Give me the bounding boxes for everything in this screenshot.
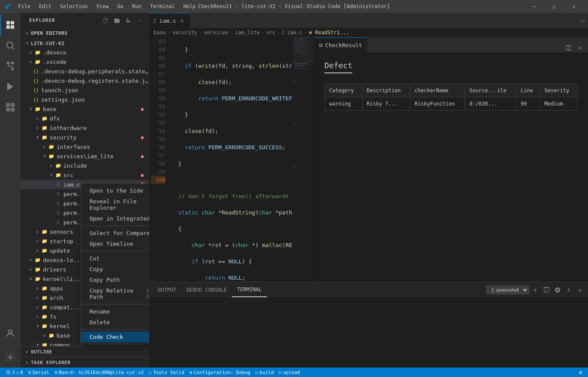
tab-terminal[interactable]: TERMINAL <box>232 282 267 297</box>
new-file-button[interactable] <box>101 16 111 25</box>
close-button[interactable]: ✕ <box>564 0 584 13</box>
chevron-icon: ▷ <box>34 115 41 122</box>
menu-go[interactable]: Go <box>114 3 127 10</box>
status-tools[interactable]: ✓ Tools Valid <box>147 368 187 377</box>
outline-header[interactable]: ▷ OUTLINE <box>21 347 149 357</box>
status-config[interactable]: ⚙ Configuration: Debug <box>187 368 253 377</box>
activity-source-control[interactable] <box>0 56 21 76</box>
tree-item-services-iam[interactable]: ▽ 📁 services\iam_lite ● <box>21 151 149 161</box>
open-editors-header[interactable]: ▷ OPEN EDITORS <box>21 29 149 37</box>
breadcrumb-func[interactable]: ⊛ ReadStri... <box>309 30 349 36</box>
ctx-label: Open to the Side <box>90 187 143 194</box>
tab-bar: C iam.c × ⋯ <box>149 13 588 28</box>
tree-item-settings-json[interactable]: {} settings.json <box>21 95 149 104</box>
tree-item-base[interactable]: ▽ 📁 base ● <box>21 104 149 114</box>
new-terminal-button[interactable]: + <box>531 285 540 295</box>
menu-selection[interactable]: Selection <box>57 3 91 10</box>
ctx-select-compare[interactable]: Select for Compare <box>81 228 149 238</box>
status-build[interactable]: ▷ build <box>253 368 276 377</box>
breadcrumb-sep: › <box>230 30 233 36</box>
ctx-open-side[interactable]: Open to the Side Ctrl+Enter <box>81 185 149 196</box>
tree-item-include[interactable]: ▷ 📁 include <box>21 161 149 170</box>
status-errors[interactable]: ⓪ 3 ⚠ 0 <box>3 368 26 377</box>
activity-run-debug[interactable] <box>0 76 21 97</box>
split-terminal-button[interactable] <box>542 285 551 295</box>
close-terminal-button[interactable]: ✕ <box>575 285 585 295</box>
project-header[interactable]: ▽ LITE-CUT-V2 <box>21 39 149 48</box>
status-serial[interactable]: ⊡ Serial <box>26 368 52 377</box>
menu-terminal[interactable]: Terminal <box>147 3 178 10</box>
activity-explorer[interactable] <box>0 15 21 35</box>
close-panel-button[interactable]: ✕ <box>575 43 585 52</box>
tree-item-security[interactable]: ▽ 📁 security ● <box>21 133 149 142</box>
minimize-button[interactable]: ─ <box>525 0 544 13</box>
task-explorer-header[interactable]: ▷ TASK EXPLORER <box>21 357 149 368</box>
tree-item-debug-registers[interactable]: {} .deveco-debug.registers.state.json <box>21 76 149 85</box>
folder-icon: 📁 <box>41 313 48 320</box>
breadcrumb-iam-lite[interactable]: iam_lite <box>235 30 260 36</box>
activity-account[interactable] <box>0 323 21 344</box>
kill-terminal-button[interactable] <box>553 285 562 295</box>
tree-item-label: include <box>63 163 149 169</box>
tab-check-result[interactable]: ⊡ CheckResult <box>314 37 367 52</box>
code-editor[interactable]: 83 84 85 86 87 88 89 90 91 92 93 94 95 9… <box>149 37 314 282</box>
activity-search[interactable] <box>0 35 21 56</box>
tab-debug-console[interactable]: DEBUG CONSOLE <box>181 282 232 297</box>
maximize-terminal-button[interactable]: ∧ <box>564 285 573 295</box>
terminal-content[interactable] <box>149 297 588 368</box>
tree-item-interfaces[interactable]: ▷ 📁 interfaces <box>21 142 149 151</box>
ctx-cut[interactable]: Cut Ctrl+X <box>81 253 149 264</box>
status-upload[interactable]: ▷ upload <box>276 368 303 377</box>
tab-more-button[interactable]: ⋯ <box>578 13 588 28</box>
folder-icon: 📁 <box>34 106 41 112</box>
minimap <box>292 37 314 282</box>
breadcrumb-services[interactable]: services <box>204 30 228 36</box>
chevron-icon: ▷ <box>41 143 48 150</box>
menu-file[interactable]: File <box>15 3 34 10</box>
terminal-shell-select[interactable]: 1: powershell <box>486 286 529 294</box>
tab-close-button[interactable]: × <box>179 17 186 24</box>
tree-item-label: interfaces <box>57 144 149 150</box>
ctx-reveal-explorer[interactable]: Reveal in File Explorer Shift+Alt+R <box>81 196 149 213</box>
ctx-code-check[interactable]: Code Check <box>81 332 149 342</box>
menu-run[interactable]: Run <box>129 3 145 10</box>
tree-item-debug-peripherals[interactable]: {} .deveco-debug.peripherals.state.json <box>21 66 149 76</box>
defect-row[interactable]: warning Risky f... RiskyFunction d:/830.… <box>325 97 578 111</box>
menu-edit[interactable]: Edit <box>36 3 55 10</box>
ctx-copy-relative[interactable]: Copy Relative Path Ctrl+K Ctrl+Shift+C <box>81 285 149 302</box>
split-editor-button[interactable] <box>564 43 573 52</box>
status-board[interactable]: ⚙ Board: hi3516dv300@lite-cut-v2 <box>52 368 146 377</box>
json-icon: {} <box>33 68 39 75</box>
tree-item-launch-json[interactable]: {} launch.json <box>21 85 149 95</box>
breadcrumb-security[interactable]: security <box>172 30 197 36</box>
tree-item-iothardware[interactable]: ▷ 📁 iothardware <box>21 123 149 133</box>
ctx-open-timeline[interactable]: Open Timeline <box>81 238 149 249</box>
collapse-all-button[interactable]: ⋯ <box>135 16 144 25</box>
tab-output[interactable]: OUTPUT <box>153 282 181 297</box>
maximize-button[interactable]: □ <box>544 0 564 13</box>
terminal-area: OUTPUT DEBUG CONSOLE TERMINAL 1: powersh… <box>149 282 588 368</box>
new-folder-button[interactable] <box>112 16 122 25</box>
tree-item-deveco[interactable]: ▷ 📁 .deveco <box>21 48 149 57</box>
ctx-copy[interactable]: Copy Ctrl+C <box>81 264 149 274</box>
svg-rect-29 <box>294 123 296 124</box>
tree-item-src[interactable]: ▽ 📁 src ● <box>21 170 149 180</box>
ctx-delete[interactable]: Delete Delete <box>81 317 149 328</box>
breadcrumb-base[interactable]: base <box>153 30 166 36</box>
ctx-rename[interactable]: Rename F2 <box>81 306 149 317</box>
breadcrumb-file[interactable]: iam.c <box>287 30 302 36</box>
menu-help[interactable]: Help <box>180 3 199 10</box>
outline-label: OUTLINE <box>31 349 52 355</box>
tree-item-vscode[interactable]: ▷ 📁 .vscode <box>21 57 149 66</box>
svg-rect-7 <box>11 103 15 107</box>
tab-iam-c[interactable]: C iam.c × <box>149 13 190 28</box>
ctx-copy-path[interactable]: Copy Path Shift+Alt+C <box>81 274 149 285</box>
activity-settings[interactable] <box>0 347 21 368</box>
tree-item-dfx[interactable]: ▷ 📁 dfx <box>21 114 149 123</box>
breadcrumb-src[interactable]: src <box>266 30 276 36</box>
refresh-button[interactable] <box>123 16 133 25</box>
ctx-open-terminal[interactable]: Open in Integrated Terminal <box>81 213 149 224</box>
activity-extensions[interactable] <box>0 97 21 118</box>
menu-view[interactable]: View <box>93 3 112 10</box>
status-right[interactable]: ⊞ <box>576 368 585 377</box>
